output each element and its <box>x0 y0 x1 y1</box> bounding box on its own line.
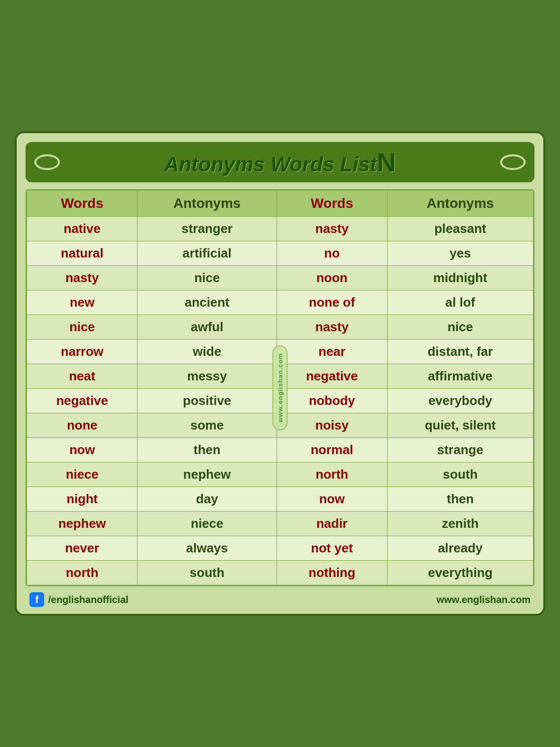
footer: f /englishanofficial www.englishan.com <box>26 591 534 608</box>
right-word: near <box>277 340 387 364</box>
left-word: now <box>27 438 138 462</box>
page-title: Antonyms Words ListN <box>164 147 396 177</box>
table-row: nowthennormalstrange <box>27 438 533 462</box>
right-word: not yet <box>277 536 387 561</box>
title-oval-right <box>500 154 526 170</box>
left-antonym: always <box>138 536 277 561</box>
right-antonym: everybody <box>387 389 533 413</box>
table-row: neveralwaysnot yetalready <box>27 536 533 561</box>
left-antonym: niece <box>138 512 277 536</box>
left-antonym: then <box>138 438 277 462</box>
left-antonym: nice <box>138 266 277 290</box>
left-word: neat <box>27 364 138 389</box>
right-word: nasty <box>277 315 387 340</box>
left-antonym: stranger <box>138 217 277 241</box>
footer-left: f /englishanofficial <box>29 592 128 607</box>
table-row: nightdaynowthen <box>27 487 533 512</box>
header-col2: Antonyms <box>138 191 277 217</box>
table-row: naturalartificialnoyes <box>27 241 533 266</box>
right-antonym: quiet, silent <box>387 413 533 438</box>
right-word: nasty <box>277 217 387 241</box>
table-row: narrowwideneardistant, far <box>27 340 533 364</box>
right-word: nadir <box>277 512 387 536</box>
right-word: noisy <box>277 413 387 438</box>
right-antonym: pleasant <box>387 217 533 241</box>
right-antonym: distant, far <box>387 340 533 364</box>
right-antonym: already <box>387 536 533 561</box>
table-row: newancientnone ofal lof <box>27 290 533 315</box>
left-word: niece <box>27 462 138 487</box>
title-oval-left <box>34 154 60 170</box>
table-row: northsouthnothingeverything <box>27 561 533 585</box>
right-word: now <box>277 487 387 512</box>
fb-handle: /englishanofficial <box>48 594 128 605</box>
left-word: night <box>27 487 138 512</box>
left-antonym: awful <box>138 315 277 340</box>
left-antonym: south <box>138 561 277 585</box>
right-antonym: everything <box>387 561 533 585</box>
right-antonym: then <box>387 487 533 512</box>
right-antonym: affirmative <box>387 364 533 389</box>
table-row: nephewniecenadirzenith <box>27 512 533 536</box>
table-row: niecenephewnorthsouth <box>27 462 533 487</box>
right-antonym: al lof <box>387 290 533 315</box>
left-antonym: positive <box>138 389 277 413</box>
right-antonym: strange <box>387 438 533 462</box>
left-antonym: artificial <box>138 241 277 266</box>
right-word: north <box>277 462 387 487</box>
footer-website: www.englishan.com <box>436 594 531 605</box>
left-word: never <box>27 536 138 561</box>
right-word: no <box>277 241 387 266</box>
table-row: neatmessynegativeaffirmative <box>27 364 533 389</box>
main-card: Antonyms Words ListN www.englishan.com W… <box>15 131 545 616</box>
left-antonym: nephew <box>138 462 277 487</box>
left-word: nephew <box>27 512 138 536</box>
table-row: nativestrangernastypleasant <box>27 217 533 241</box>
header-col3: Words <box>277 191 387 217</box>
table-row: nastynicenoonmidnight <box>27 266 533 290</box>
left-word: native <box>27 217 138 241</box>
antonyms-table: Words Antonyms Words Antonyms nativestra… <box>27 190 533 585</box>
left-word: narrow <box>27 340 138 364</box>
right-word: nothing <box>277 561 387 585</box>
facebook-icon: f <box>29 592 44 607</box>
title-letter: N <box>377 147 396 177</box>
title-bar: Antonyms Words ListN <box>26 142 534 182</box>
left-antonym: wide <box>138 340 277 364</box>
left-word: nasty <box>27 266 138 290</box>
left-antonym: messy <box>138 364 277 389</box>
right-word: normal <box>277 438 387 462</box>
table-row: nonesomenoisyquiet, silent <box>27 413 533 438</box>
right-antonym: zenith <box>387 512 533 536</box>
table-row: niceawfulnastynice <box>27 315 533 340</box>
left-antonym: ancient <box>138 290 277 315</box>
right-word: nobody <box>277 389 387 413</box>
right-antonym: midnight <box>387 266 533 290</box>
left-antonym: some <box>138 413 277 438</box>
table-wrapper: www.englishan.com Words Antonyms Words A… <box>26 189 534 586</box>
table-header-row: Words Antonyms Words Antonyms <box>27 191 533 217</box>
right-antonym: nice <box>387 315 533 340</box>
right-word: noon <box>277 266 387 290</box>
left-antonym: day <box>138 487 277 512</box>
left-word: north <box>27 561 138 585</box>
right-antonym: yes <box>387 241 533 266</box>
header-col1: Words <box>27 191 138 217</box>
right-antonym: south <box>387 462 533 487</box>
left-word: new <box>27 290 138 315</box>
table-row: negativepositivenobodyeverybody <box>27 389 533 413</box>
title-main: Antonyms Words List <box>164 153 377 176</box>
left-word: negative <box>27 389 138 413</box>
right-word: negative <box>277 364 387 389</box>
right-word: none of <box>277 290 387 315</box>
left-word: natural <box>27 241 138 266</box>
header-col4: Antonyms <box>387 191 533 217</box>
left-word: none <box>27 413 138 438</box>
left-word: nice <box>27 315 138 340</box>
